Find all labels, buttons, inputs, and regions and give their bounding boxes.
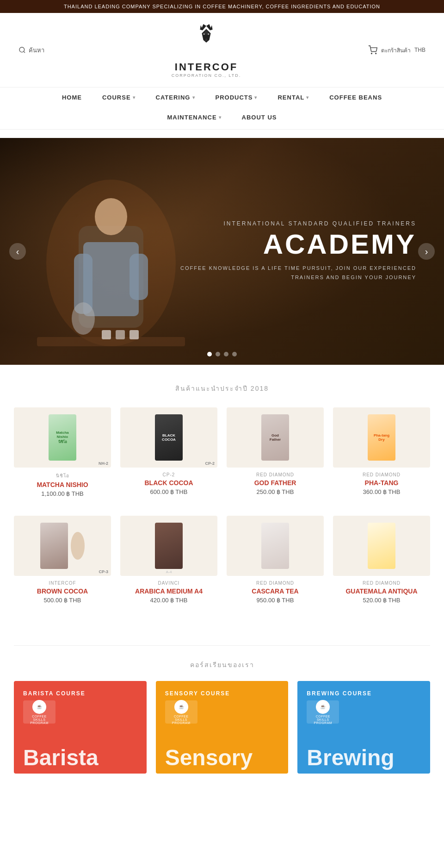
product-img-4: CP-3 [14,516,111,576]
catering-arrow: ▾ [192,95,195,100]
product-card-6[interactable]: RED DIAMOND CASCARA TEA 950.00 ฿ THB [227,516,324,604]
product-brand-4: INTERCOF [14,581,111,586]
product-price-6: 950.00 ฿ THB [227,597,324,604]
logo[interactable]: INTERCOF CORPORATION CO., LTD. [172,22,241,78]
svg-rect-24 [130,330,139,339]
product-card-2[interactable]: GodFather RED DIAMOND GOD FATHER 250.00 … [227,407,324,497]
product-card-5[interactable]: A-4 DAVINCI ARABICA MEDIUM A4 420.00 ฿ T… [120,516,217,604]
svg-rect-21 [37,337,185,346]
hero-slider: INTERNATIONAL STANDARD QUALIFIED TRAINER… [0,138,444,365]
slide-title: ACADEMY [180,231,416,258]
search-wrap[interactable]: ค้นหา [18,45,44,55]
product-name-4: BROWN COCOA [14,587,111,595]
products-grid-bottom: CP-3 INTERCOF BROWN COCOA 500.00 ฿ THB A… [14,516,430,604]
nav-coffee-beans[interactable]: COFFEE BEANS [319,87,392,107]
slider-dot-1[interactable] [207,352,212,356]
nav-maintenance[interactable]: MAINTENANCE ▾ [157,107,232,127]
slider-dot-2[interactable] [216,352,220,356]
product-card-4[interactable]: CP-3 INTERCOF BROWN COCOA 500.00 ฿ THB [14,516,111,604]
svg-point-20 [72,302,95,335]
nav-products[interactable]: PRODUCTS ▾ [205,87,268,107]
slide-person [37,170,185,365]
nav-row-2: MAINTENANCE ▾ ABOUT US [0,107,444,129]
sensory-label: SENSORY COURSE [165,690,230,697]
product-card-0[interactable]: MatchaNishioนิชิโอ NH-2 นิชิโอ MATCHA NI… [14,407,111,497]
product-brand-7: RED DIAMOND [333,581,430,586]
sensory-logo: ☕ COFFEESKILLSPROGRAM [165,700,197,724]
divider [14,645,430,646]
product-name-0: MATCHA NISHIO [14,481,111,488]
course-card-brewing[interactable]: BREWING COURSE ☕ COFFEESKILLSPROGRAM Bre… [297,681,430,774]
product-name-5: ARABICA MEDIUM A4 [120,587,217,595]
nav-rental[interactable]: RENTAL ▾ [267,87,319,107]
svg-point-9 [204,34,204,35]
product-name-3: PHA-TANG [333,479,430,487]
product-price-3: 360.00 ฿ THB [333,488,430,495]
course-card-barista[interactable]: BARISTA COURSE ☕ COFFEESKILLSPROGRAM Bar… [14,681,147,774]
nav-course[interactable]: COURSE ▾ [92,87,146,107]
product-img-0: MatchaNishioนิชิโอ NH-2 [14,407,111,468]
product-img-7 [333,516,430,576]
nav-home[interactable]: HOME [52,87,92,107]
rental-arrow: ▾ [306,95,309,100]
nav-catering[interactable]: CATERING ▾ [146,87,205,107]
pkg-dark-5 [155,523,183,569]
logo-title: INTERCOF [175,61,238,73]
product-price-7: 520.00 ฿ THB [333,597,430,604]
product-brand-1: CP-2 [120,472,217,477]
featured-section: สินค้าแนะนำประจำปี 2018 MatchaNishioนิชิ… [0,365,444,641]
top-bar: THAILAND LEADING COMPANY SPECIALIZING IN… [0,0,444,13]
product-name-2: GOD FATHER [227,479,324,487]
cart-icon[interactable] [368,45,377,55]
course-card-sensory[interactable]: SENSORY COURSE ☕ COFFEESKILLSPROGRAM Sen… [156,681,289,774]
pkg-black-1: BLACKCOCOA [155,414,183,461]
product-code-0: NH-2 [99,461,108,466]
slide-desc: COFFEE KNOWLEDGE IS A LIFE TIME PURSUIT,… [180,264,416,282]
product-price-2: 250.00 ฿ THB [227,488,324,495]
product-card-1[interactable]: BLACKCOCOA CP-2 CP-2 BLACK COCOA 600.00 … [120,407,217,497]
brewing-logo: ☕ COFFEESKILLSPROGRAM [307,700,339,724]
maintenance-arrow: ▾ [219,115,222,120]
product-img-6 [227,516,324,576]
featured-title: สินค้าแนะนำประจำปี 2018 [14,383,430,393]
svg-point-16 [95,198,127,235]
product-brand-3: RED DIAMOND [333,472,430,477]
nav-about-us[interactable]: ABOUT US [232,107,287,127]
slide-content: INTERNATIONAL STANDARD QUALIFIED TRAINER… [180,220,416,282]
product-name-7: GUATEMALA ANTIQUA [333,587,430,595]
nav-row-1: HOME COURSE ▾ CATERING ▾ PRODUCTS ▾ RENT… [0,87,444,107]
pkg-kraft-2: GodFather [261,414,289,461]
product-img-3: Pha-tangDry [333,407,430,468]
product-img-5: A-4 [120,516,217,576]
products-arrow: ▾ [254,95,257,100]
pkg-green-0: MatchaNishioนิชิโอ [49,414,76,461]
svg-marker-2 [200,24,206,31]
product-brand-5: DAVINCI [120,581,217,586]
slider-prev-button[interactable]: ‹ [9,243,26,260]
product-card-7[interactable]: RED DIAMOND GUATEMALA ANTIQUA 520.00 ฿ T… [333,516,430,604]
courses-section: คอร์สเรียนของเรา BARISTA COURSE ☕ COFFEE… [0,650,444,774]
product-price-5: 420.00 ฿ THB [120,597,217,604]
slider-dot-3[interactable] [224,352,228,356]
slider-dot-4[interactable] [232,352,237,356]
svg-point-10 [208,34,209,35]
product-name-6: CASCARA TEA [227,587,324,595]
svg-point-12 [371,53,372,54]
logo-subtitle: CORPORATION CO., LTD. [172,73,241,78]
search-icon [18,46,26,54]
product-img-2: GodFather [227,407,324,468]
header: ค้นหา INTERCOF CORPORATION CO., LTD. [0,13,444,87]
product-brand-6: RED DIAMOND [227,581,324,586]
product-card-3[interactable]: Pha-tangDry RED DIAMOND PHA-TANG 360.00 … [333,407,430,497]
header-right: ตะกร้าสินค้า THB [368,45,426,55]
barista-logo: ☕ COFFEESKILLSPROGRAM [23,700,56,724]
product-code-4: CP-3 [99,569,108,574]
pkg-kraft2-3: Pha-tangDry [368,414,395,461]
slider-next-button[interactable]: › [418,243,435,260]
navigation: HOME COURSE ▾ CATERING ▾ PRODUCTS ▾ RENT… [0,87,444,130]
course-arrow: ▾ [133,95,136,100]
svg-marker-3 [206,24,213,31]
courses-grid: BARISTA COURSE ☕ COFFEESKILLSPROGRAM Bar… [14,681,430,774]
person-illustration [37,170,185,365]
deer-icon [188,22,225,59]
